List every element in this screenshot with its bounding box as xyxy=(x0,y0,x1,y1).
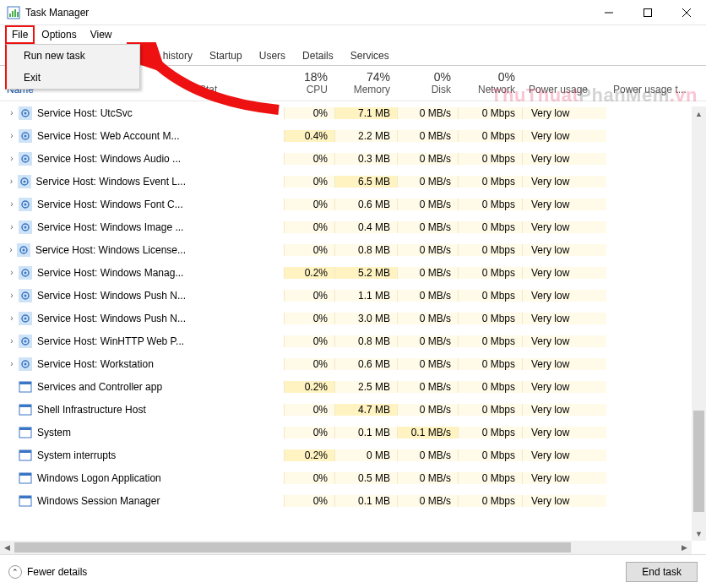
fewer-details-button[interactable]: ⌃ Fewer details xyxy=(8,565,87,579)
power-cell: Very low xyxy=(522,244,606,256)
svg-point-32 xyxy=(24,271,27,274)
disk-cell: 0 MB/s xyxy=(397,381,458,393)
scroll-up-icon[interactable]: ▲ xyxy=(692,106,706,121)
hscroll-thumb[interactable] xyxy=(14,542,571,553)
process-list: ›Service Host: UtcSvc0%7.1 MB0 MB/s0 Mbp… xyxy=(0,101,706,524)
power-cell: Very low xyxy=(522,176,606,188)
expand-icon[interactable]: › xyxy=(7,291,17,300)
expand-icon[interactable]: › xyxy=(7,108,17,117)
process-row[interactable]: ›Service Host: Web Account M...0.4%2.2 M… xyxy=(0,124,706,147)
process-row[interactable]: ›Service Host: Windows Image ...0%0.4 MB… xyxy=(0,215,706,238)
scroll-left-icon[interactable]: ◀ xyxy=(0,543,14,552)
svg-rect-56 xyxy=(19,496,31,498)
disk-cell: 0 MB/s xyxy=(397,404,458,416)
process-row[interactable]: ›Service Host: Windows Push N...0%3.0 MB… xyxy=(0,307,706,329)
memory-cell: 5.2 MB xyxy=(334,267,397,279)
process-row[interactable]: System interrupts0.2%0 MB0 MB/s0 MbpsVer… xyxy=(0,444,706,466)
svg-rect-50 xyxy=(19,427,31,430)
scroll-thumb[interactable] xyxy=(693,411,704,512)
process-row[interactable]: Windows Session Manager0%0.1 MB0 MB/s0 M… xyxy=(0,489,706,512)
menu-run-new-task[interactable]: Run new task xyxy=(7,45,139,67)
svg-line-8 xyxy=(682,8,691,17)
disk-cell: 0 MB/s xyxy=(397,130,458,142)
expand-icon[interactable]: › xyxy=(7,154,17,163)
expand-icon[interactable]: › xyxy=(7,199,17,209)
col-power-usage[interactable]: Power usage xyxy=(522,66,606,101)
window-title: Task Manager xyxy=(25,7,589,19)
svg-rect-52 xyxy=(19,450,31,453)
expand-icon[interactable]: › xyxy=(7,131,17,140)
process-row[interactable]: ›Service Host: Workstation0%0.6 MB0 MB/s… xyxy=(0,352,706,375)
process-name: Shell Infrastructure Host xyxy=(37,404,146,416)
svg-point-14 xyxy=(24,134,27,137)
expand-icon[interactable]: › xyxy=(7,245,15,254)
end-task-button[interactable]: End task xyxy=(626,562,698,582)
expand-icon[interactable]: › xyxy=(7,359,17,368)
svg-rect-6 xyxy=(644,8,652,16)
process-row[interactable]: Shell Infrastructure Host0%4.7 MB0 MB/s0… xyxy=(0,398,706,421)
svg-line-7 xyxy=(682,8,691,17)
expand-icon[interactable]: › xyxy=(7,177,16,186)
tab-services[interactable]: Services xyxy=(342,46,398,65)
power-cell: Very low xyxy=(522,130,606,142)
process-row[interactable]: Windows Logon Application0%0.5 MB0 MB/s0… xyxy=(0,466,706,489)
horizontal-scrollbar[interactable]: ◀ ▶ xyxy=(0,541,692,554)
process-row[interactable]: ›Service Host: Windows Audio ...0%0.3 MB… xyxy=(0,147,706,170)
process-name: System xyxy=(37,427,71,438)
menubar: File Options View xyxy=(0,25,706,44)
menu-view[interactable]: View xyxy=(84,25,119,44)
process-name: Service Host: Windows Audio ... xyxy=(37,153,181,165)
process-row[interactable]: ›Service Host: Windows Push N...0%1.1 MB… xyxy=(0,284,706,307)
scroll-down-icon[interactable]: ▼ xyxy=(692,526,706,541)
svg-rect-54 xyxy=(19,473,31,476)
process-name: Service Host: Windows License... xyxy=(35,244,186,256)
menu-file[interactable]: File xyxy=(5,25,35,44)
network-cell: 0 Mbps xyxy=(458,381,522,393)
network-cell: 0 Mbps xyxy=(458,495,522,507)
svg-rect-46 xyxy=(19,382,31,384)
process-row[interactable]: ›Service Host: UtcSvc0%7.1 MB0 MB/s0 Mbp… xyxy=(0,101,706,124)
service-icon xyxy=(19,152,32,166)
process-row[interactable]: Services and Controller app0.2%2.5 MB0 M… xyxy=(0,375,706,398)
expand-icon[interactable]: › xyxy=(7,268,17,277)
memory-cell: 1.1 MB xyxy=(334,290,397,302)
maximize-button[interactable] xyxy=(628,0,667,25)
memory-cell: 7.1 MB xyxy=(334,107,397,119)
service-icon xyxy=(19,357,32,371)
minimize-button[interactable] xyxy=(589,0,628,25)
col-network[interactable]: 0%Network xyxy=(458,66,522,101)
process-row[interactable]: ›Service Host: Windows Manag...0.2%5.2 M… xyxy=(0,261,706,284)
scroll-right-icon[interactable]: ▶ xyxy=(677,543,692,552)
network-cell: 0 Mbps xyxy=(458,199,522,210)
process-row[interactable]: System0%0.1 MB0.1 MB/s0 MbpsVery low xyxy=(0,421,706,444)
service-icon xyxy=(19,266,32,280)
power-cell: Very low xyxy=(522,313,606,324)
vertical-scrollbar[interactable]: ▲ ▼ xyxy=(692,106,706,541)
expand-icon[interactable]: › xyxy=(7,222,17,231)
col-power-usage-trend[interactable]: Power usage t... xyxy=(606,66,706,101)
process-icon xyxy=(19,403,32,416)
memory-cell: 0.6 MB xyxy=(334,199,397,210)
process-name: Service Host: Windows Push N... xyxy=(37,290,186,302)
disk-cell: 0 MB/s xyxy=(397,472,458,484)
close-button[interactable] xyxy=(667,0,706,25)
expand-icon[interactable]: › xyxy=(7,313,17,323)
disk-cell: 0 MB/s xyxy=(397,199,458,210)
process-row[interactable]: ›Service Host: Windows Event L...0%6.5 M… xyxy=(0,170,706,193)
menu-options[interactable]: Options xyxy=(35,25,83,44)
process-row[interactable]: ›Service Host: Windows Font C...0%0.6 MB… xyxy=(0,193,706,215)
col-memory[interactable]: 74%Memory xyxy=(334,66,397,101)
service-icon xyxy=(19,289,32,302)
cpu-cell: 0.4% xyxy=(284,130,334,142)
expand-icon[interactable]: › xyxy=(7,336,17,346)
process-name: Service Host: Windows Font C... xyxy=(37,199,183,210)
cpu-cell: 0% xyxy=(284,358,334,370)
svg-point-26 xyxy=(24,226,27,228)
tab-details[interactable]: Details xyxy=(294,46,342,65)
menu-exit[interactable]: Exit xyxy=(7,67,139,89)
power-cell: Very low xyxy=(522,495,606,507)
process-name: Service Host: UtcSvc xyxy=(37,107,133,119)
process-row[interactable]: ›Service Host: WinHTTP Web P...0%0.8 MB0… xyxy=(0,329,706,352)
col-disk[interactable]: 0%Disk xyxy=(397,66,458,101)
process-row[interactable]: ›Service Host: Windows License...0%0.8 M… xyxy=(0,238,706,261)
